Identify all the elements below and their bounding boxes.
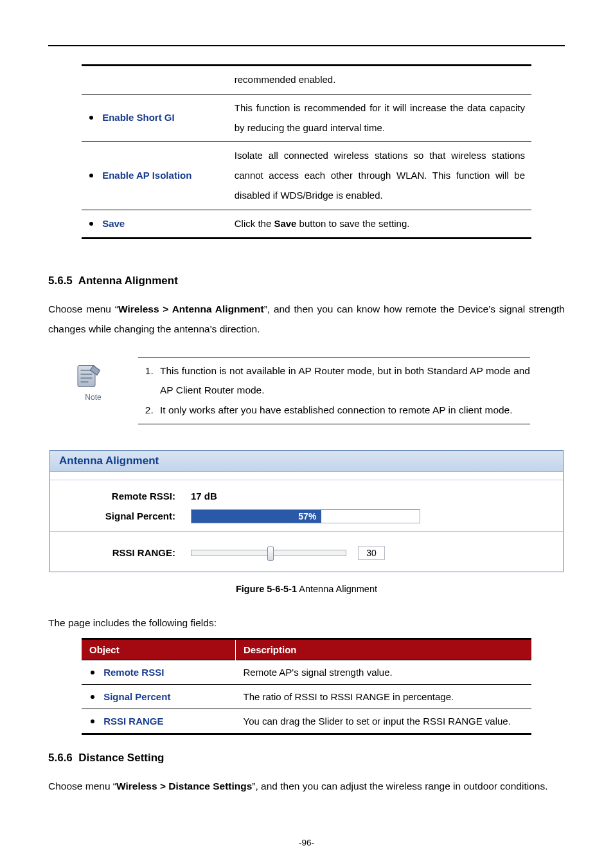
rssi-range-row: RSSI RANGE: 30 bbox=[50, 546, 563, 572]
rssi-range-label: RSSI RANGE: bbox=[63, 547, 191, 558]
note-label: Note bbox=[74, 393, 112, 402]
bullet-icon bbox=[89, 222, 93, 226]
table-row: RSSI RANGE You can drag the Slider to se… bbox=[82, 709, 531, 734]
breadcrumb: Wireless > Distance Settings bbox=[116, 781, 252, 791]
cell-text: Isolate all connected wireless stations … bbox=[235, 150, 525, 201]
bullet-icon bbox=[89, 116, 93, 120]
rssi-range-input[interactable]: 30 bbox=[358, 546, 385, 560]
table-row: recommended enabled. bbox=[82, 66, 531, 95]
row-label: Enable AP Isolation bbox=[102, 170, 191, 181]
section-title: Antenna Alignment bbox=[78, 275, 178, 287]
section-565-paragraph: Choose menu “Wireless > Antenna Alignmen… bbox=[48, 299, 565, 339]
text: Choose menu “ bbox=[48, 781, 116, 791]
text: ”, and then you can adjust the wireless … bbox=[252, 781, 547, 791]
signal-percent-row: Signal Percent: 57% bbox=[63, 509, 550, 523]
row-label: RSSI RANGE bbox=[103, 716, 163, 727]
col-description: Description bbox=[236, 638, 532, 660]
bullet-icon bbox=[91, 719, 94, 723]
list-item: It only works after you have established… bbox=[156, 401, 530, 420]
figure-number: Figure 5-6-5-1 bbox=[236, 584, 297, 594]
table-row: Remote RSSI Remote AP's signal strength … bbox=[82, 660, 531, 684]
cell-text: Click the bbox=[235, 218, 274, 229]
table-row: Signal Percent The ratio of RSSI to RSSI… bbox=[82, 684, 531, 709]
section-heading-566: 5.6.6 Distance Setting bbox=[48, 752, 565, 764]
list-item: This function is not available in AP Rou… bbox=[156, 361, 530, 400]
remote-rssi-row: Remote RSSI: 17 dB bbox=[63, 491, 550, 502]
row-label: Save bbox=[102, 218, 125, 229]
fields-table: Object Description Remote RSSI Remote AP… bbox=[82, 638, 531, 735]
text: Choose menu “ bbox=[48, 303, 118, 314]
note-list: This function is not available in AP Rou… bbox=[138, 361, 530, 420]
table-row: Enable Short GI This function is recomme… bbox=[82, 94, 531, 142]
bullet-icon bbox=[89, 174, 93, 177]
section-number: 5.6.6 bbox=[48, 752, 73, 764]
table-row: Save Click the Save button to save the s… bbox=[82, 210, 531, 239]
remote-rssi-label: Remote RSSI: bbox=[63, 491, 191, 502]
col-object: Object bbox=[82, 638, 236, 660]
section-heading-565: 5.6.5 Antenna Alignment bbox=[48, 275, 565, 287]
cell-text: This function is recommended for it will… bbox=[235, 102, 525, 133]
signal-percent-label: Signal Percent: bbox=[63, 511, 191, 521]
slider-thumb-icon[interactable] bbox=[267, 547, 274, 561]
row-label: Enable Short GI bbox=[102, 112, 175, 123]
section-number: 5.6.5 bbox=[48, 275, 73, 287]
section-566-paragraph: Choose menu “Wireless > Distance Setting… bbox=[48, 776, 565, 796]
note-block: Note This function is not available in A… bbox=[74, 357, 530, 424]
page-number: -96- bbox=[0, 838, 613, 847]
row-label: Signal Percent bbox=[103, 691, 170, 702]
rssi-range-slider[interactable] bbox=[191, 550, 346, 556]
breadcrumb: Wireless > Antenna Alignment bbox=[118, 303, 264, 314]
cell-text: Remote AP's signal strength value. bbox=[236, 660, 532, 684]
table-row: Enable AP Isolation Isolate all connecte… bbox=[82, 142, 531, 210]
figure-title: Antenna Alignment bbox=[297, 584, 377, 594]
cell-text: button to save the setting. bbox=[296, 218, 409, 229]
figure-caption: Figure 5-6-5-1 Antenna Alignment bbox=[48, 584, 565, 594]
antenna-alignment-panel: Antenna Alignment Remote RSSI: 17 dB Sig… bbox=[49, 450, 564, 572]
header-rule bbox=[48, 45, 565, 46]
bullet-icon bbox=[91, 695, 94, 699]
settings-table-continued: recommended enabled. Enable Short GI Thi… bbox=[82, 64, 531, 239]
signal-percent-fill: 57% bbox=[191, 510, 321, 523]
row-label: Remote RSSI bbox=[103, 667, 164, 678]
bullet-icon bbox=[91, 671, 94, 674]
panel-title: Antenna Alignment bbox=[50, 451, 563, 472]
remote-rssi-value: 17 dB bbox=[191, 491, 217, 502]
cell-text-bold: Save bbox=[274, 218, 296, 229]
table-header-row: Object Description bbox=[82, 638, 531, 660]
cell-text: You can drag the Slider to set or input … bbox=[236, 709, 532, 734]
cell-text: recommended enabled. bbox=[235, 74, 336, 85]
cell-text: The ratio of RSSI to RSSI RANGE in perce… bbox=[236, 684, 532, 709]
note-icon: Note bbox=[74, 357, 112, 424]
fields-lead-text: The page includes the following fields: bbox=[48, 617, 565, 629]
signal-percent-bar: 57% bbox=[191, 509, 420, 523]
section-title: Distance Setting bbox=[78, 752, 164, 764]
